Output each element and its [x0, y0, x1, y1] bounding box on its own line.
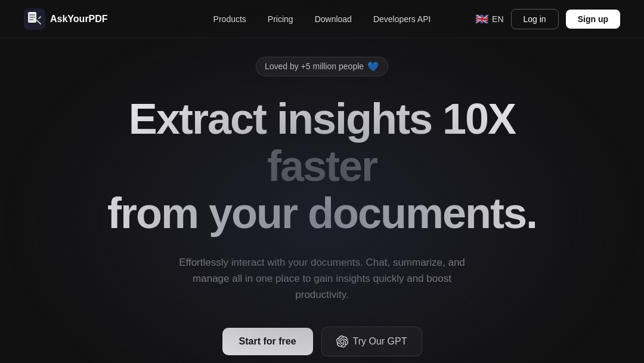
signup-button[interactable]: Sign up [566, 10, 620, 29]
nav-products[interactable]: Products [213, 14, 246, 24]
hero-subtitle: Effortlessly interact with your document… [173, 254, 471, 303]
start-free-button[interactable]: Start for free [222, 328, 313, 355]
svg-rect-3 [29, 17, 35, 18]
lang-label: EN [492, 14, 503, 24]
hero-title: Extract insights 10X faster from your do… [89, 96, 555, 238]
loved-badge: Loved by +5 million people 💙 [256, 57, 388, 76]
login-button[interactable]: Log in [511, 9, 559, 29]
try-gpt-label: Try Our GPT [353, 336, 407, 347]
loved-badge-text: Loved by +5 million people [265, 61, 364, 71]
try-gpt-button[interactable]: Try Our GPT [321, 327, 422, 356]
language-selector[interactable]: 🇬🇧 EN [475, 13, 503, 26]
logo-label: AskYourPDF [50, 14, 108, 24]
nav-developers-api[interactable]: Developers API [373, 14, 431, 24]
hero-title-line2: from your documents. [107, 189, 537, 237]
nav-pricing[interactable]: Pricing [268, 14, 293, 24]
hero-title-part1: Extract insights [129, 95, 442, 143]
hero-title-highlight: 10X [442, 95, 515, 143]
nav-actions: 🇬🇧 EN Log in Sign up [475, 9, 620, 29]
hero-cta-group: Start for free Try Our GPT [222, 327, 422, 356]
svg-rect-2 [29, 14, 35, 16]
heart-icon: 💙 [367, 61, 379, 72]
hero-section: Loved by +5 million people 💙 Extract ins… [0, 38, 644, 363]
gpt-icon [336, 336, 348, 347]
nav-links: Products Pricing Download Developers API [213, 14, 431, 24]
svg-rect-4 [29, 19, 33, 20]
nav-download[interactable]: Download [315, 14, 352, 24]
logo[interactable]: AskYourPDF [24, 8, 108, 30]
navbar: AskYourPDF Products Pricing Download Dev… [0, 0, 644, 38]
hero-title-part2: faster [267, 142, 377, 190]
